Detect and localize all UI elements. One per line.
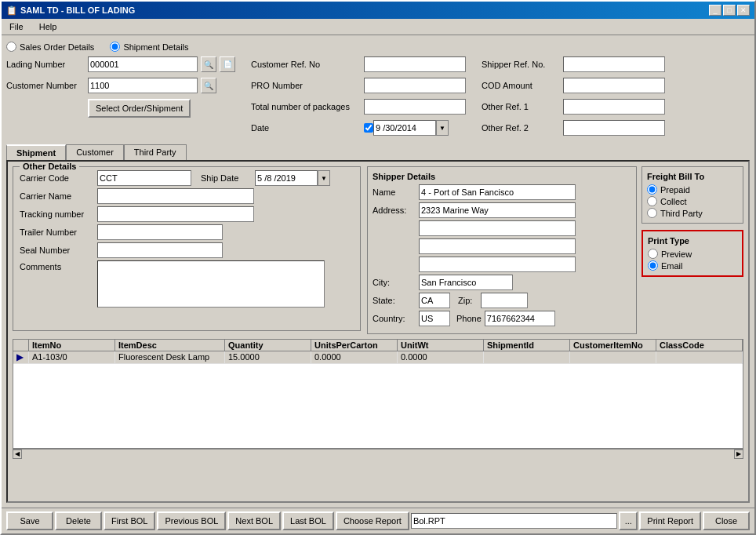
cell-upc: 0.0000 bbox=[311, 351, 398, 363]
preview-radio[interactable]: Preview bbox=[648, 249, 737, 259]
shipper-addr1-row: Address: bbox=[373, 202, 631, 218]
date-input[interactable] bbox=[373, 120, 436, 136]
lading-search-btn[interactable]: 🔍 bbox=[201, 56, 216, 72]
menu-help[interactable]: Help bbox=[35, 20, 62, 33]
email-radio[interactable]: Email bbox=[648, 260, 737, 271]
shipper-addr4-input[interactable] bbox=[419, 257, 576, 272]
customer-input[interactable] bbox=[88, 78, 198, 93]
shipper-phone-input[interactable] bbox=[485, 311, 555, 326]
cell-custitem bbox=[570, 351, 656, 363]
save-button[interactable]: Save bbox=[6, 511, 53, 530]
delete-button[interactable]: Delete bbox=[55, 511, 102, 530]
right-panels: Shipper Details Name Address: bbox=[367, 166, 743, 334]
shipper-country-label: Country: bbox=[373, 314, 416, 323]
cod-label: COD Amount bbox=[482, 81, 560, 90]
carrier-name-label: Carrier Name bbox=[20, 191, 94, 201]
bottom-bar: Save Delete First BOL Previous BOL Next … bbox=[2, 508, 754, 533]
cust-ref-input[interactable] bbox=[364, 56, 466, 72]
print-report-button[interactable]: Print Report bbox=[639, 511, 701, 530]
carrier-code-input[interactable] bbox=[97, 170, 191, 186]
lading-open-btn[interactable]: 📄 bbox=[220, 56, 235, 72]
menu-file[interactable]: File bbox=[5, 20, 28, 33]
carrier-name-input[interactable] bbox=[97, 188, 254, 204]
comments-label: Comments bbox=[20, 262, 94, 271]
minimize-button[interactable]: _ bbox=[709, 5, 721, 16]
close-button[interactable]: ✕ bbox=[737, 5, 750, 16]
tab-customer[interactable]: Customer bbox=[66, 144, 124, 160]
close-button[interactable]: Close bbox=[703, 511, 750, 530]
shipper-city-row: City: bbox=[373, 275, 631, 290]
ship-date-group: ▼ bbox=[255, 170, 330, 186]
first-bol-button[interactable]: First BOL bbox=[104, 511, 155, 530]
previous-bol-button[interactable]: Previous BOL bbox=[157, 511, 226, 530]
collect-radio[interactable]: Collect bbox=[647, 196, 738, 206]
choose-report-button[interactable]: Choose Report bbox=[336, 511, 409, 530]
ship-date-input[interactable] bbox=[255, 170, 318, 186]
cod-input[interactable] bbox=[563, 78, 665, 93]
scroll-left-btn[interactable]: ◀ bbox=[13, 449, 22, 459]
other-ref1-row: Other Ref. 1 bbox=[482, 99, 665, 115]
comments-input[interactable] bbox=[97, 260, 325, 308]
table-row[interactable]: ▶ A1-103/0 Fluorescent Desk Lamp 15.0000… bbox=[13, 351, 743, 364]
total-pkg-input[interactable] bbox=[364, 99, 466, 115]
trailer-input[interactable] bbox=[97, 224, 223, 240]
other-ref2-input[interactable] bbox=[563, 120, 665, 136]
cod-row: COD Amount bbox=[482, 78, 665, 93]
title-bar-text: 📋 SAML TD - BILL OF LADING bbox=[6, 5, 135, 16]
shipper-addr2-input[interactable] bbox=[419, 220, 576, 236]
freight-print-col: Freight Bill To Prepaid Collect bbox=[642, 166, 743, 334]
shipper-state-label: State: bbox=[373, 296, 416, 305]
scroll-right-btn[interactable]: ▶ bbox=[734, 449, 743, 459]
cell-itemdesc: Fluorescent Desk Lamp bbox=[115, 351, 225, 363]
tab-shipment[interactable]: Shipment bbox=[6, 144, 66, 160]
shipper-addr-input[interactable] bbox=[419, 202, 576, 218]
menu-bar: File Help bbox=[2, 19, 754, 35]
freight-bill-panel: Freight Bill To Prepaid Collect bbox=[642, 166, 743, 224]
tracking-input[interactable] bbox=[97, 206, 254, 222]
select-order-btn[interactable]: Select Order/Shipment bbox=[88, 99, 191, 118]
shipper-zip-input[interactable] bbox=[481, 293, 528, 308]
cell-itemno: A1-103/0 bbox=[29, 351, 115, 363]
top-form: Lading Number 🔍 📄 Customer Number 🔍 Sele… bbox=[6, 56, 750, 138]
shipper-state-input[interactable] bbox=[419, 293, 450, 308]
maximize-button[interactable]: □ bbox=[723, 5, 736, 16]
tabs-row: Shipment Customer Third Party bbox=[6, 144, 750, 160]
customer-search-btn[interactable]: 🔍 bbox=[201, 78, 216, 93]
scroll-track[interactable] bbox=[22, 451, 734, 457]
shipper-addr3-input[interactable] bbox=[419, 238, 576, 254]
pro-input[interactable] bbox=[364, 78, 466, 93]
app-icon: 📋 bbox=[6, 5, 17, 16]
prepaid-radio[interactable]: Prepaid bbox=[647, 184, 738, 195]
shipment-radio[interactable]: Shipment Details bbox=[110, 42, 188, 52]
cust-ref-row: Customer Ref. No bbox=[251, 56, 466, 72]
tab-content-shipment: Other Details Carrier Code Ship Date ▼ bbox=[6, 160, 750, 503]
grid-col-itemdesc: ItemDesc bbox=[115, 340, 225, 351]
last-bol-button[interactable]: Last BOL bbox=[282, 511, 334, 530]
next-bol-button[interactable]: Next BOL bbox=[227, 511, 281, 530]
shipper-city-input[interactable] bbox=[419, 275, 513, 290]
items-grid: ItemNo ItemDesc Quantity UnitsPerCarton … bbox=[13, 339, 743, 449]
shipper-name-input[interactable] bbox=[419, 184, 576, 200]
tab-third-party[interactable]: Third Party bbox=[124, 144, 187, 160]
shipper-ref-label: Shipper Ref. No. bbox=[482, 60, 560, 69]
sales-order-radio[interactable]: Sales Order Details bbox=[6, 42, 94, 52]
main-window: 📋 SAML TD - BILL OF LADING _ □ ✕ File He… bbox=[0, 0, 756, 535]
h-scrollbar[interactable]: ◀ ▶ bbox=[13, 449, 743, 458]
seal-input[interactable] bbox=[97, 242, 223, 258]
title-bar: 📋 SAML TD - BILL OF LADING _ □ ✕ bbox=[2, 2, 754, 19]
report-input[interactable] bbox=[411, 513, 617, 529]
shipper-ref-input[interactable] bbox=[563, 56, 665, 72]
ship-date-arrow[interactable]: ▼ bbox=[318, 170, 330, 186]
customer-label: Customer Number bbox=[6, 81, 85, 90]
date-checkbox[interactable] bbox=[364, 123, 373, 133]
shipper-country-input[interactable] bbox=[419, 311, 450, 326]
total-pkg-label: Total number of packages bbox=[251, 102, 361, 111]
date-field-group: ▼ bbox=[364, 120, 449, 136]
date-arrow-btn[interactable]: ▼ bbox=[436, 120, 449, 136]
other-ref1-input[interactable] bbox=[563, 99, 665, 115]
browse-button[interactable]: ... bbox=[619, 511, 638, 530]
shipper-name-label: Name bbox=[373, 187, 416, 197]
lading-input[interactable] bbox=[88, 56, 198, 72]
shipper-phone-label: Phone bbox=[456, 314, 482, 323]
third-party-radio[interactable]: Third Party bbox=[647, 208, 738, 218]
